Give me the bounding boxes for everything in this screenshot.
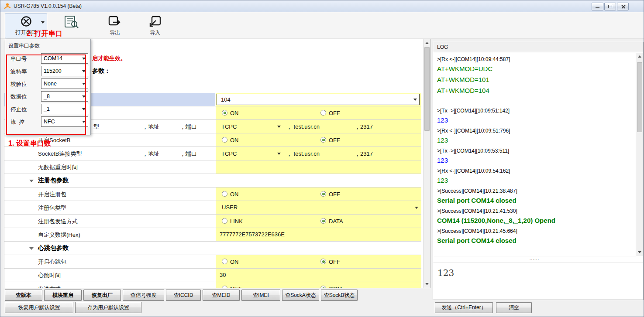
command-button[interactable]: 查版本 <box>5 290 42 301</box>
command-button-row-1: 查版本模块重启恢复出厂查信号强度查ICCID查MEID查IMEI查SockA状态… <box>5 290 358 301</box>
section-title: 心跳包参数 <box>38 244 69 252</box>
serial-field-combobox-databits[interactable]: _8 <box>41 91 88 102</box>
chevron-down-icon[interactable] <box>41 21 45 24</box>
command-button[interactable]: 模块重启 <box>44 290 82 301</box>
scroll-up-icon[interactable] <box>424 39 430 47</box>
socket-address[interactable]: ， test.usr.cn <box>286 123 320 131</box>
clear-button[interactable]: 清空 <box>496 302 532 313</box>
param-row: 开启心跳包ONOFF <box>4 255 421 269</box>
command-button[interactable]: 存为用户默认设置 <box>75 302 141 313</box>
socket-port[interactable]: ，2317 <box>355 123 373 131</box>
log-splitter-handle[interactable]: ...... <box>433 256 636 262</box>
socket-port[interactable]: ，2317 <box>355 150 373 158</box>
radio-label: COM <box>329 286 342 288</box>
serial-field-combobox-baudrate[interactable]: 115200 <box>41 66 88 76</box>
minimize-icon <box>596 7 599 8</box>
command-button[interactable]: 查MEID <box>203 290 240 301</box>
combobox-value: _1 <box>44 106 50 112</box>
command-button[interactable]: 查ICCID <box>166 290 201 301</box>
send-input[interactable]: 123 <box>433 262 643 300</box>
log-content: >[Rx <-][COM14][10:09:44:587]AT+WKMOD=UD… <box>433 53 636 256</box>
param-value-cell: 104 <box>216 93 421 106</box>
command-button-row-2: 恢复用户默认设置存为用户默认设置 <box>5 302 141 313</box>
serial-field-combobox-parity[interactable]: None <box>41 78 88 89</box>
command-button[interactable]: 查IMEI <box>241 290 280 301</box>
maximize-button[interactable] <box>604 3 616 10</box>
param-value-cell: LINKDATA <box>216 215 421 228</box>
value-text[interactable]: 30 <box>220 272 226 278</box>
serial-field-combobox-stopbits[interactable]: _1 <box>41 104 88 114</box>
radio-label: OFF <box>329 110 340 116</box>
chevron-down-icon[interactable] <box>82 70 86 72</box>
value-text[interactable]: 7777772E7573722E636E <box>220 231 285 238</box>
log-data-line: 123 <box>437 155 636 166</box>
serial-field-label: 校验位 <box>10 81 27 88</box>
log-scrollbar[interactable] <box>636 53 643 256</box>
param-label-cell: 心跳时间 <box>4 269 215 282</box>
radio-label: OFF <box>329 259 340 265</box>
conn-type-combobox[interactable]: TCPC <box>217 121 283 132</box>
param-label: 自定义数据(Hex) <box>38 231 80 239</box>
chevron-down-icon[interactable] <box>413 99 417 101</box>
log-meta-line: >[Success][COM14][10:21:41:530] <box>437 207 636 215</box>
serial-field-flowctrl: 流 控NFC <box>5 116 90 128</box>
param-value-cell: NETCOM <box>216 282 421 288</box>
socket-address[interactable]: ， test.usr.cn <box>286 150 320 158</box>
maximize-icon <box>608 5 612 8</box>
value-combobox[interactable]: USER <box>216 201 420 214</box>
import-button[interactable]: 导入 <box>140 14 170 38</box>
serial-field-combobox-port[interactable]: COM14 <box>41 53 88 64</box>
chevron-down-icon[interactable] <box>82 83 86 85</box>
collapse-icon[interactable] <box>29 247 34 250</box>
close-button[interactable] <box>617 3 629 10</box>
log-meta-line: >[Success][COM14][10:21:38:487] <box>437 187 636 195</box>
chevron-down-icon[interactable] <box>277 153 281 155</box>
param-value-cell: TCPC， test.usr.cn，2317 <box>216 147 421 160</box>
radio-icon <box>222 191 227 197</box>
export-button[interactable]: 导出 <box>100 14 130 38</box>
export-icon <box>108 15 122 30</box>
chevron-down-icon[interactable] <box>415 207 418 209</box>
combobox-value: 104 <box>221 96 231 103</box>
log-data-line: COM14 (115200,None,_8,_1,20) Opend <box>437 215 636 226</box>
param-label-cell: SocketB连接类型，地址，端口 <box>4 147 215 160</box>
command-button[interactable]: 查SockA状态 <box>282 290 319 301</box>
main-scrollbar[interactable] <box>423 39 430 288</box>
send-button[interactable]: 发送（Ctrl+Enter） <box>435 302 493 313</box>
scroll-up-icon[interactable] <box>636 53 643 60</box>
chevron-down-icon[interactable] <box>82 58 86 60</box>
params-section-heading: 参数： <box>92 67 110 75</box>
command-button[interactable]: 恢复出厂 <box>83 290 121 301</box>
param-label-cell: 注册包发送方式 <box>4 215 215 228</box>
minimize-button[interactable] <box>592 3 603 10</box>
command-button[interactable]: 查SockB状态 <box>321 290 358 301</box>
radio-icon <box>320 218 326 224</box>
chevron-down-icon[interactable] <box>82 108 86 110</box>
param-section-header: 注册包参数 <box>4 174 421 187</box>
log-meta-line: >[Success][COM14][10:21:45:664] <box>437 227 636 235</box>
radio-icon <box>222 286 227 288</box>
chevron-down-icon[interactable] <box>277 126 281 128</box>
param-label-cell: 自定义数据(Hex) <box>4 228 215 241</box>
collapse-icon[interactable] <box>29 180 34 182</box>
log-scrollbar-thumb[interactable] <box>637 62 642 132</box>
chevron-down-icon[interactable] <box>82 95 86 98</box>
radio-icon <box>320 191 326 197</box>
radio-label: LINK <box>230 218 243 225</box>
chevron-down-icon[interactable] <box>82 121 86 123</box>
command-button[interactable]: 恢复用户默认设置 <box>5 302 73 313</box>
serial-field-databits: 数据位_8 <box>5 90 90 103</box>
value-combobox[interactable]: 104 <box>217 94 420 105</box>
command-button[interactable]: 查信号强度 <box>123 290 164 301</box>
param-label-part: ，地址 <box>142 150 159 158</box>
annotation-step2: 2. 打开串口 <box>27 29 62 38</box>
serial-field-label: 串口号 <box>10 55 27 63</box>
conn-type-combobox[interactable]: TCPC <box>217 148 283 159</box>
main-scrollbar-thumb[interactable] <box>424 47 430 131</box>
param-value-cell: ONOFF <box>216 106 421 119</box>
serial-field-combobox-flowctrl[interactable]: NFC <box>41 116 88 127</box>
scroll-down-icon[interactable] <box>424 280 430 288</box>
param-value-cell: ONOFF <box>216 187 421 201</box>
scroll-down-icon[interactable] <box>636 249 643 256</box>
section-title: 注册包参数 <box>38 177 69 184</box>
